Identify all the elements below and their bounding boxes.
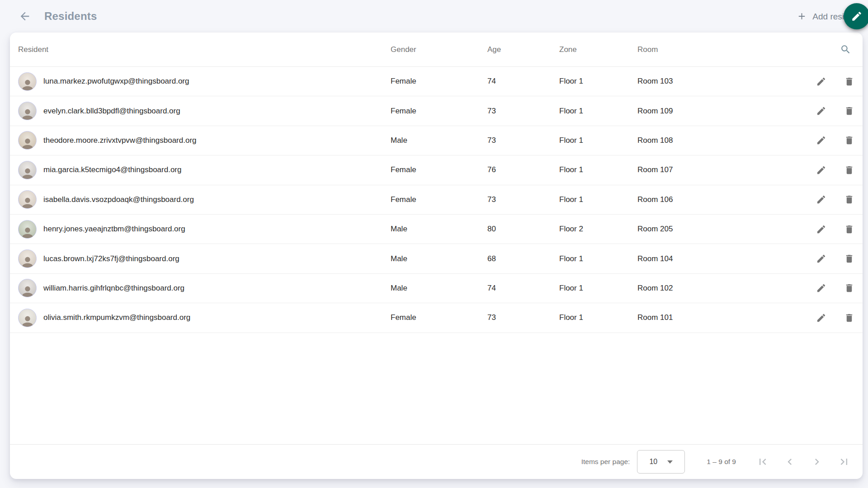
trash-icon — [844, 135, 854, 145]
delete-row-button[interactable] — [839, 160, 859, 180]
edit-row-button[interactable] — [811, 249, 831, 269]
search-button[interactable] — [835, 40, 855, 60]
delete-row-button[interactable] — [839, 219, 859, 239]
back-button[interactable] — [17, 9, 33, 24]
table-row[interactable]: henry.jones.yaeajnztbm@thingsboard.org M… — [10, 215, 863, 244]
resident-email: olivia.smith.rkmpumkzvm@thingsboard.org — [43, 313, 190, 322]
row-actions — [773, 131, 863, 150]
row-actions — [773, 101, 863, 121]
table-row[interactable]: william.harris.gihfrlqnbc@thingsboard.or… — [10, 274, 863, 303]
resident-cell: evelyn.clark.blld3bpdfl@thingsboard.org — [18, 102, 391, 120]
row-actions — [773, 71, 863, 91]
resident-room: Room 104 — [637, 254, 773, 263]
table-row[interactable]: olivia.smith.rkmpumkzvm@thingsboard.org … — [10, 303, 863, 333]
resident-email: evelyn.clark.blld3bpdfl@thingsboard.org — [43, 107, 180, 116]
table-row[interactable]: mia.garcia.k5tecmigo4@thingsboard.org Fe… — [10, 155, 863, 185]
delete-row-button[interactable] — [839, 249, 859, 269]
pencil-icon — [851, 10, 863, 22]
resident-zone: Floor 1 — [559, 284, 637, 293]
trash-icon — [844, 194, 854, 205]
table-row[interactable]: isabella.davis.vsozpdoaqk@thingsboard.or… — [10, 185, 863, 215]
delete-row-button[interactable] — [839, 71, 859, 91]
resident-age: 73 — [487, 195, 559, 204]
column-header-room: Room — [637, 45, 773, 54]
resident-email: theodore.moore.zrivxtvpvw@thingsboard.or… — [43, 136, 197, 145]
pager-controls — [756, 452, 851, 472]
items-per-page-label: Items per page: — [581, 458, 630, 466]
page-size-value: 10 — [649, 458, 657, 466]
resident-room: Room 205 — [637, 225, 773, 234]
resident-avatar — [18, 249, 37, 268]
column-header-resident: Resident — [18, 45, 391, 54]
magnifier-icon — [840, 44, 851, 55]
resident-zone: Floor 1 — [559, 195, 637, 204]
resident-gender: Female — [391, 165, 487, 174]
edit-row-button[interactable] — [811, 190, 831, 210]
page-title: Residents — [44, 10, 97, 23]
chevron-left-icon — [783, 455, 796, 468]
page-range-label: 1 – 9 of 9 — [707, 458, 736, 466]
edit-row-button[interactable] — [811, 71, 831, 91]
resident-avatar — [18, 309, 37, 327]
resident-email: isabella.davis.vsozpdoaqk@thingsboard.or… — [43, 195, 194, 204]
row-actions — [773, 160, 863, 180]
resident-zone: Floor 1 — [559, 254, 637, 263]
resident-avatar — [18, 220, 37, 239]
row-actions — [773, 190, 863, 210]
resident-room: Room 107 — [637, 165, 773, 174]
top-bar: Residents Add resident — [0, 0, 868, 33]
edit-row-button[interactable] — [811, 131, 831, 150]
chevron-down-icon — [667, 460, 673, 464]
resident-gender: Female — [391, 77, 487, 86]
resident-email: lucas.brown.lxj72ks7fj@thingsboard.org — [43, 254, 179, 263]
resident-cell: luna.markez.pwofutgwxp@thingsboard.org — [18, 72, 391, 91]
edit-row-button[interactable] — [811, 219, 831, 239]
pencil-icon — [816, 194, 826, 205]
resident-age: 73 — [487, 313, 559, 322]
table-row[interactable]: lucas.brown.lxj72ks7fj@thingsboard.org M… — [10, 244, 863, 273]
row-actions — [773, 278, 863, 298]
resident-zone: Floor 2 — [559, 225, 637, 234]
trash-icon — [844, 224, 854, 235]
edit-row-button[interactable] — [811, 278, 831, 298]
edit-fab-button[interactable] — [844, 3, 868, 29]
trash-icon — [844, 313, 854, 323]
resident-zone: Floor 1 — [559, 136, 637, 145]
edit-row-button[interactable] — [811, 101, 831, 121]
last-page-button[interactable] — [837, 452, 851, 472]
table-body: luna.markez.pwofutgwxp@thingsboard.org F… — [10, 67, 863, 333]
resident-age: 74 — [487, 77, 559, 86]
next-page-button[interactable] — [810, 452, 824, 472]
resident-zone: Floor 1 — [559, 107, 637, 116]
pagination-bar: Items per page: 10 1 – 9 of 9 — [10, 444, 863, 479]
delete-row-button[interactable] — [839, 131, 859, 150]
table-row[interactable]: luna.markez.pwofutgwxp@thingsboard.org F… — [10, 67, 863, 96]
page-size-select[interactable]: 10 — [637, 450, 685, 474]
resident-age: 80 — [487, 225, 559, 234]
edit-row-button[interactable] — [811, 308, 831, 328]
arrow-left-icon — [19, 10, 31, 23]
previous-page-button[interactable] — [783, 452, 797, 472]
delete-row-button[interactable] — [839, 101, 859, 121]
delete-row-button[interactable] — [839, 278, 859, 298]
resident-age: 76 — [487, 165, 559, 174]
table-row[interactable]: evelyn.clark.blld3bpdfl@thingsboard.org … — [10, 96, 863, 126]
resident-gender: Female — [391, 313, 487, 322]
pencil-icon — [816, 165, 826, 175]
resident-room: Room 109 — [637, 107, 773, 116]
last-page-icon — [838, 455, 850, 468]
resident-gender: Male — [391, 136, 487, 145]
pencil-icon — [816, 313, 826, 323]
resident-email: mia.garcia.k5tecmigo4@thingsboard.org — [43, 165, 181, 174]
trash-icon — [844, 253, 854, 264]
trash-icon — [844, 283, 854, 293]
pencil-icon — [816, 76, 826, 87]
column-header-gender: Gender — [391, 45, 487, 54]
delete-row-button[interactable] — [839, 190, 859, 210]
table-row[interactable]: theodore.moore.zrivxtvpvw@thingsboard.or… — [10, 126, 863, 155]
resident-avatar — [18, 102, 37, 120]
edit-row-button[interactable] — [811, 160, 831, 180]
delete-row-button[interactable] — [839, 308, 859, 328]
trash-icon — [844, 76, 854, 87]
first-page-button[interactable] — [756, 452, 769, 472]
